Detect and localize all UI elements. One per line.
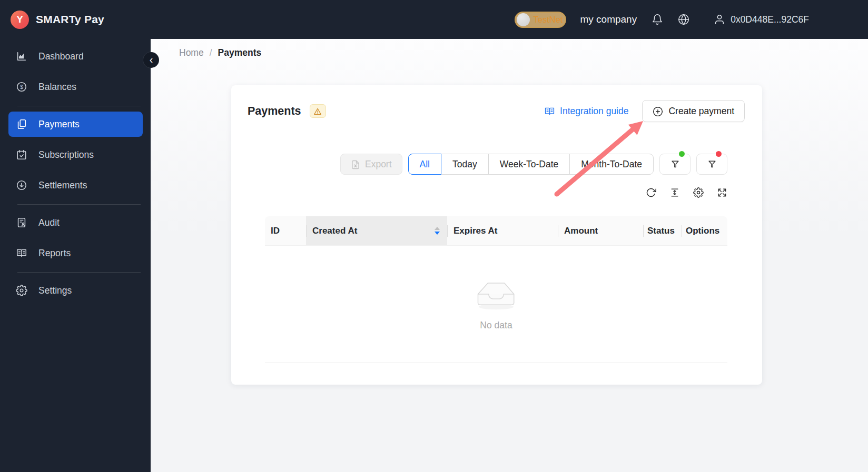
table-toolbar xyxy=(231,187,727,198)
sidebar-item-reports[interactable]: Reports xyxy=(0,240,151,266)
sidebar-item-label: Subscriptions xyxy=(38,149,94,160)
breadcrumb: Home / Payments xyxy=(179,47,261,58)
breadcrumb-separator: / xyxy=(210,47,212,58)
integration-guide-label: Integration guide xyxy=(560,106,628,117)
sidebar-collapse-button[interactable]: ‹ xyxy=(143,52,159,68)
sidebar-item-label: Audit xyxy=(38,217,60,228)
excel-file-icon xyxy=(351,159,360,170)
filter-button-clear[interactable] xyxy=(696,154,727,175)
wallet-address: 0x0D448E...92C6F xyxy=(731,14,809,25)
fullscreen-icon[interactable] xyxy=(717,187,727,198)
breadcrumb-home[interactable]: Home xyxy=(179,47,204,58)
create-payment-button[interactable]: Create payment xyxy=(642,100,745,122)
range-all[interactable]: All xyxy=(408,154,441,175)
sidebar-item-label: Settings xyxy=(38,285,72,296)
top-header: Y SMARTy Pay TestNet my company 0x0D448E… xyxy=(0,0,868,39)
sidebar-item-label: Dashboard xyxy=(38,51,84,62)
calendar-check-icon xyxy=(16,149,27,160)
breadcrumb-current: Payments xyxy=(218,47,262,58)
user-icon xyxy=(714,14,725,25)
toggle-knob xyxy=(517,13,530,26)
network-toggle[interactable]: TestNet xyxy=(515,12,566,28)
sidebar-item-settings[interactable]: Settings xyxy=(0,278,151,303)
sort-descending-caret xyxy=(435,232,440,235)
sidebar-item-audit[interactable]: Audit xyxy=(0,210,151,235)
download-circle-icon xyxy=(16,179,27,191)
funnel-icon xyxy=(670,159,680,169)
sidebar-item-balances[interactable]: $ Balances xyxy=(0,74,151,99)
column-header-created-at[interactable]: Created At xyxy=(306,216,447,245)
range-month-to-date[interactable]: Month-To-Date xyxy=(569,154,654,175)
create-payment-label: Create payment xyxy=(668,106,734,117)
settings-gear-icon[interactable] xyxy=(693,187,704,198)
book-icon xyxy=(544,105,555,117)
sidebar: Dashboard $ Balances Payments Subscripti… xyxy=(0,39,151,472)
red-status-dot xyxy=(716,151,722,157)
column-header-id: ID xyxy=(265,216,306,245)
page-title: Payments xyxy=(248,105,301,118)
gear-icon xyxy=(16,285,27,296)
sidebar-item-payments[interactable]: Payments xyxy=(8,112,143,137)
sidebar-item-label: Payments xyxy=(38,119,80,130)
sidebar-divider xyxy=(17,106,141,106)
bell-icon[interactable] xyxy=(652,14,663,25)
column-header-options: Options xyxy=(682,216,727,245)
refresh-icon[interactable] xyxy=(646,187,656,198)
sidebar-divider xyxy=(17,204,141,205)
payments-card: Payments Integration guide Create paymen… xyxy=(231,85,762,385)
app-title: SMARTy Pay xyxy=(36,13,104,26)
export-button[interactable]: Export xyxy=(340,154,402,175)
open-book-icon xyxy=(16,247,27,259)
payments-table: ID Created At Expires At Amount Status O… xyxy=(265,216,727,363)
empty-inbox-icon xyxy=(471,278,521,313)
warning-badge[interactable] xyxy=(310,104,326,118)
green-status-dot xyxy=(679,151,685,157)
export-label: Export xyxy=(365,159,392,170)
range-week-to-date[interactable]: Week-To-Date xyxy=(488,154,570,175)
chart-icon xyxy=(16,51,27,62)
integration-guide-link[interactable]: Integration guide xyxy=(544,105,628,117)
warning-triangle-icon xyxy=(313,106,322,116)
sort-ascending-caret xyxy=(435,227,440,230)
column-header-status: Status xyxy=(643,216,682,245)
network-label: TestNet xyxy=(533,15,563,25)
date-range-segmented: All Today Week-To-Date Month-To-Date xyxy=(408,154,654,175)
wallet-account[interactable]: 0x0D448E...92C6F xyxy=(714,14,809,25)
range-today[interactable]: Today xyxy=(441,154,489,175)
column-header-amount: Amount xyxy=(558,216,643,245)
filter-button-active[interactable] xyxy=(659,154,691,175)
sidebar-item-settlements[interactable]: Settlements xyxy=(0,173,151,198)
empty-state: No data xyxy=(265,246,727,363)
dollar-circle-icon: $ xyxy=(16,81,27,93)
sort-carets-icon xyxy=(435,227,440,235)
sidebar-item-label: Reports xyxy=(38,248,71,259)
empty-state-text: No data xyxy=(480,320,512,331)
company-name[interactable]: my company xyxy=(580,14,637,25)
row-density-icon[interactable] xyxy=(669,187,680,198)
sidebar-item-subscriptions[interactable]: Subscriptions xyxy=(0,142,151,167)
audit-document-icon xyxy=(16,217,27,228)
app-brand[interactable]: Y SMARTy Pay xyxy=(11,11,104,29)
column-header-expires-at: Expires At xyxy=(447,216,558,245)
sidebar-item-label: Balances xyxy=(38,82,76,93)
pages-icon xyxy=(16,118,27,130)
app-logo: Y xyxy=(11,11,29,29)
svg-text:$: $ xyxy=(20,84,23,90)
funnel-icon xyxy=(707,159,717,169)
sidebar-item-dashboard[interactable]: Dashboard xyxy=(0,44,151,69)
sidebar-item-label: Settlements xyxy=(38,180,87,191)
plus-circle-icon xyxy=(653,105,663,116)
globe-icon[interactable] xyxy=(678,14,689,25)
table-header-row: ID Created At Expires At Amount Status O… xyxy=(265,216,727,246)
sidebar-divider xyxy=(17,272,141,273)
